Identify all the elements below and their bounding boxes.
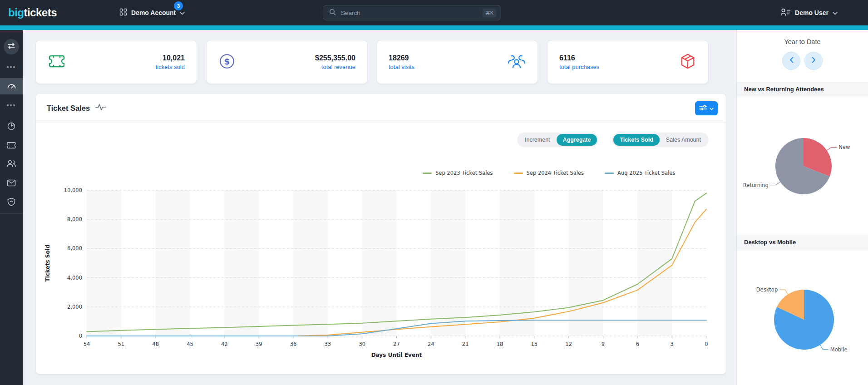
svg-text:2,000: 2,000 — [67, 304, 82, 310]
app-root: bigtickets Demo Account 3 ⌘K — [0, 0, 868, 385]
stat-label-link[interactable]: total visits — [389, 64, 414, 70]
accent-bar — [0, 25, 868, 30]
sidebar-item-tickets[interactable] — [0, 138, 23, 154]
sidebar-item-attendees[interactable] — [0, 156, 23, 173]
svg-text:36: 36 — [290, 341, 297, 347]
pie-label-new: New — [838, 144, 850, 150]
sidebar-item-messages[interactable] — [0, 176, 23, 192]
svg-text:$: $ — [224, 56, 230, 66]
chart-toggles: Increment Aggregate Tickets Sold Sales A… — [517, 133, 709, 147]
svg-text:Tickets Sold: Tickets Sold — [44, 245, 51, 282]
legend-label: Sep 2024 Ticket Sales — [527, 170, 584, 176]
panel-title-text: Ticket Sales — [47, 104, 90, 113]
legend-item[interactable]: Sep 2023 Ticket Sales — [423, 170, 493, 176]
account-switcher[interactable]: Demo Account 3 — [119, 0, 185, 25]
dollar-circle-icon: $ — [218, 53, 236, 72]
legend-label: Sep 2023 Ticket Sales — [435, 170, 493, 176]
period-next-button[interactable] — [804, 52, 823, 70]
logo-part-big: big — [8, 6, 24, 19]
stat-card-total-visits[interactable]: 18269 total visits — [376, 40, 538, 84]
sidebar-item-security[interactable] — [0, 195, 23, 211]
chart-legend: Sep 2023 Ticket SalesSep 2024 Ticket Sal… — [423, 170, 675, 176]
stat-label-link[interactable]: total purchases — [559, 64, 599, 70]
chevron-left-icon — [789, 57, 794, 65]
svg-text:18: 18 — [497, 341, 503, 347]
stat-label-link[interactable]: total revenue — [315, 64, 355, 70]
svg-text:51: 51 — [118, 341, 125, 347]
chart-body: 02,0004,0006,0008,00010,0005451484542393… — [36, 123, 726, 375]
chevron-down-icon — [833, 9, 838, 16]
period-label: Year to Date — [737, 38, 868, 45]
search-bar[interactable]: ⌘K — [323, 5, 501, 20]
svg-text:27: 27 — [393, 341, 400, 347]
toggle-aggregate[interactable]: Aggregate — [557, 134, 597, 146]
stat-value: 6116 — [559, 54, 599, 62]
pie-label-returning: Returning — [743, 182, 769, 188]
toggle-increment[interactable]: Increment — [518, 134, 557, 146]
legend-item[interactable]: Aug 2025 Ticket Sales — [605, 170, 675, 176]
toggle-sales-amount[interactable]: Sales Amount — [660, 134, 707, 146]
chevron-down-icon — [710, 105, 714, 112]
left-nav-rail: ••• ••• — [0, 30, 23, 385]
svg-text:6: 6 — [636, 341, 639, 347]
sidebar-item-reports[interactable] — [0, 119, 23, 135]
svg-text:9: 9 — [602, 341, 605, 347]
user-menu[interactable]: Demo User — [780, 0, 838, 25]
stat-card-total-revenue[interactable]: $ $255,355.00 total revenue — [206, 40, 368, 84]
chevron-down-icon — [180, 9, 185, 16]
section-header-new-vs-returning: New vs Returning Attendees — [737, 83, 868, 96]
sidebar-item-more-mid[interactable]: ••• — [0, 97, 23, 114]
ellipsis-icon: ••• — [7, 64, 16, 71]
legend-swatch — [605, 173, 614, 174]
stat-card-total-purchases[interactable]: 6116 total purchases — [547, 40, 709, 84]
logo-part-tickets: tickets — [24, 6, 57, 19]
svg-text:45: 45 — [187, 341, 193, 347]
notification-badge: 3 — [174, 1, 183, 10]
svg-text:4,000: 4,000 — [67, 275, 82, 281]
legend-label: Aug 2025 Ticket Sales — [617, 170, 675, 176]
metric-toggle: Tickets Sold Sales Amount — [612, 133, 709, 147]
mail-icon — [7, 179, 16, 188]
grid-icon — [119, 8, 127, 17]
gauge-icon — [7, 81, 16, 91]
stat-value: $255,355.00 — [315, 54, 355, 62]
ticket-icon — [6, 141, 16, 151]
sidebar-collapse-button[interactable] — [4, 39, 19, 54]
search-input[interactable] — [340, 9, 478, 17]
account-switcher-label: Demo Account — [131, 9, 176, 16]
sidebar-item-more-top[interactable]: ••• — [0, 59, 23, 75]
sidebar-divider — [0, 213, 23, 214]
pie-label-mobile: Mobile — [830, 346, 848, 353]
sliders-icon — [699, 104, 707, 112]
panel-title: Ticket Sales — [47, 94, 106, 123]
svg-text:42: 42 — [221, 341, 228, 347]
pie-chart-desktop-vs-mobile: MobileDesktop — [737, 273, 868, 369]
shield-icon — [7, 197, 15, 208]
legend-item[interactable]: Sep 2024 Ticket Sales — [514, 170, 584, 176]
users-icon — [6, 159, 16, 169]
stat-card-tickets-sold[interactable]: 10,021 tickets sold — [35, 40, 197, 84]
ellipsis-icon: ••• — [7, 102, 16, 109]
sidebar-item-dashboard[interactable] — [0, 78, 23, 94]
svg-text:8,000: 8,000 — [67, 216, 82, 222]
stat-label-link[interactable]: tickets sold — [156, 64, 185, 70]
mode-toggle: Increment Aggregate — [517, 133, 598, 147]
svg-text:3: 3 — [671, 341, 674, 347]
svg-text:0: 0 — [79, 333, 82, 339]
chart-settings-button[interactable] — [695, 101, 718, 115]
ticket-sales-panel: Ticket Sales 02,0004,0006,0 — [35, 93, 726, 375]
legend-swatch — [514, 173, 523, 174]
period-prev-button[interactable] — [782, 52, 800, 70]
top-nav-bar: bigtickets Demo Account 3 ⌘K — [0, 0, 868, 25]
period-nav — [737, 52, 868, 70]
app-logo[interactable]: bigtickets — [8, 0, 57, 25]
toggle-tickets-sold[interactable]: Tickets Sold — [613, 134, 659, 146]
chevron-right-icon — [812, 57, 816, 65]
svg-text:Days Until Event: Days Until Event — [371, 352, 422, 358]
panel-header: Ticket Sales — [36, 94, 726, 123]
keyboard-shortcut-badge: ⌘K — [483, 9, 496, 17]
stat-value: 10,021 — [156, 54, 185, 62]
ticket-icon — [48, 54, 66, 70]
pie-label-desktop: Desktop — [756, 286, 778, 293]
svg-text:10,000: 10,000 — [64, 187, 82, 193]
